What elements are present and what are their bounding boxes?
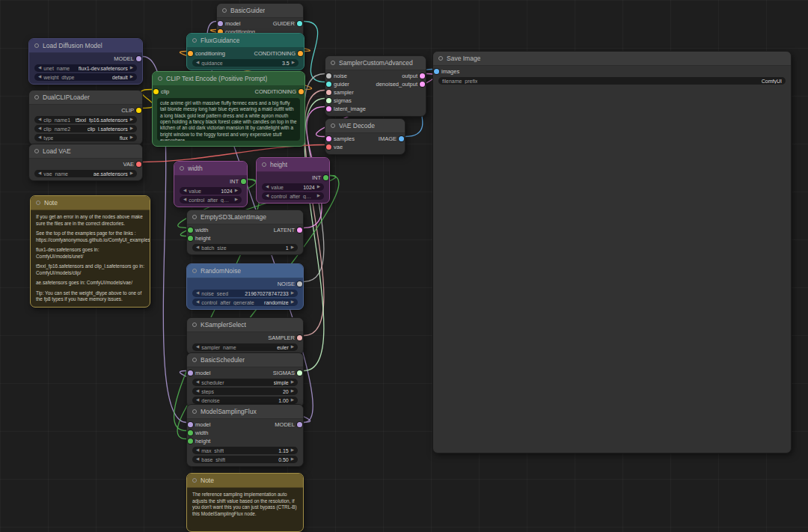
input-dot-conditioning[interactable] <box>188 51 193 56</box>
widget-clip-name2[interactable]: ◀ clip_name2 clip_l.safetensors ▶ <box>34 125 137 132</box>
prev-arrow-icon[interactable]: ◀ <box>196 345 199 349</box>
output-dot-clip[interactable] <box>136 108 141 113</box>
node-save-image[interactable]: Save Image images filename_prefix ComfyU… <box>432 51 792 453</box>
next-arrow-icon[interactable]: ▶ <box>317 194 320 198</box>
node-header[interactable]: KSamplerSelect <box>187 318 303 332</box>
input-dot-model[interactable] <box>188 422 193 427</box>
prev-arrow-icon[interactable]: ◀ <box>196 448 199 453</box>
collapse-dot-icon[interactable] <box>34 43 39 48</box>
prev-arrow-icon[interactable]: ◀ <box>196 291 199 296</box>
widget-control-after-generate[interactable]: ◀ control_after_generate randomize ▶ <box>192 299 298 306</box>
prev-arrow-icon[interactable]: ◀ <box>38 171 41 176</box>
widget-unet-name[interactable]: ◀ unet_name flux1-dev.safetensors ▶ <box>34 64 137 72</box>
graph-canvas[interactable]: BasicGuider model GUIDER conditioning Lo… <box>0 0 808 532</box>
output-dot-image[interactable] <box>399 136 404 141</box>
node-header[interactable]: Note <box>187 474 303 488</box>
prev-arrow-icon[interactable]: ◀ <box>183 198 186 202</box>
next-arrow-icon[interactable]: ▶ <box>291 291 294 296</box>
node-samplercustomadvanced[interactable]: SamplerCustomAdvanced noise output guide… <box>325 55 426 117</box>
output-dot-int[interactable] <box>323 175 328 180</box>
next-arrow-icon[interactable]: ▶ <box>130 117 133 122</box>
prev-arrow-icon[interactable]: ◀ <box>196 398 199 403</box>
node-fluxguidance[interactable]: FluxGuidance conditioning CONDITIONING ◀… <box>186 33 304 70</box>
collapse-dot-icon[interactable] <box>192 322 197 327</box>
widget-value[interactable]: ◀ value 1024 ▶ <box>180 187 242 195</box>
node-header[interactable]: DualCLIPLoader <box>29 91 142 105</box>
next-arrow-icon[interactable]: ▶ <box>235 198 238 202</box>
node-load-diffusion-model[interactable]: Load Diffusion Model MODEL ◀ unet_name f… <box>28 38 143 85</box>
output-dot-conditioning[interactable] <box>299 89 304 94</box>
output-dot-model[interactable] <box>297 422 302 427</box>
collapse-dot-icon[interactable] <box>192 215 197 219</box>
node-note-left[interactable]: Note If you get an error in any of the n… <box>30 195 150 308</box>
next-arrow-icon[interactable]: ▶ <box>130 75 133 79</box>
node-randomnoise[interactable]: RandomNoise NOISE ◀ noise_seed 219670278… <box>186 263 304 310</box>
node-header[interactable]: FluxGuidance <box>187 34 304 48</box>
prev-arrow-icon[interactable]: ◀ <box>196 457 199 462</box>
node-modelsamplingflux[interactable]: ModelSamplingFlux model MODEL width heig… <box>186 404 304 467</box>
widget-control-after-generate[interactable]: ◀ control_after_generate ▶ <box>262 192 324 200</box>
prev-arrow-icon[interactable]: ◀ <box>196 245 199 250</box>
output-dot-int[interactable] <box>241 179 246 184</box>
node-note-bottom[interactable]: Note The reference sampling implementati… <box>186 473 304 532</box>
prev-arrow-icon[interactable]: ◀ <box>196 389 199 394</box>
node-header[interactable]: SamplerCustomAdvanced <box>325 56 426 70</box>
widget-steps[interactable]: ◀ steps 20 ▶ <box>192 388 298 395</box>
collapse-dot-icon[interactable] <box>180 166 184 171</box>
widget-vae-name[interactable]: ◀ vae_name ae.safetensors ▶ <box>34 170 137 177</box>
prev-arrow-icon[interactable]: ◀ <box>266 185 269 189</box>
node-header[interactable]: EmptySD3LatentImage <box>187 210 303 224</box>
node-header[interactable]: Load VAE <box>29 144 142 159</box>
node-header[interactable]: width <box>174 162 247 176</box>
widget-scheduler[interactable]: ◀ scheduler simple ▶ <box>192 379 298 386</box>
node-header[interactable]: ModelSamplingFlux <box>187 405 303 419</box>
widget-control-after-generate[interactable]: ◀ control_after_generate ▶ <box>180 196 242 204</box>
widget-value[interactable]: ◀ value 1024 ▶ <box>262 183 324 191</box>
widget-batch-size[interactable]: ◀ batch_size 1 ▶ <box>192 244 298 251</box>
output-dot-latent[interactable] <box>297 227 302 233</box>
collapse-dot-icon[interactable] <box>192 38 197 43</box>
next-arrow-icon[interactable]: ▶ <box>130 126 133 131</box>
input-dot-guider[interactable] <box>326 82 331 87</box>
output-dot-model[interactable] <box>136 56 141 61</box>
next-arrow-icon[interactable]: ▶ <box>130 66 133 70</box>
node-header[interactable]: Note <box>31 196 150 210</box>
node-header[interactable]: VAE Decode <box>325 119 405 133</box>
input-dot-height[interactable] <box>188 236 193 241</box>
node-basicscheduler[interactable]: BasicScheduler model SIGMAS ◀ scheduler … <box>186 352 304 408</box>
widget-type[interactable]: ◀ type flux ▶ <box>34 134 137 141</box>
widget-denoise[interactable]: ◀ denoise 1.00 ▶ <box>192 397 298 404</box>
widget-base-shift[interactable]: ◀ base_shift 0.50 ▶ <box>192 456 298 463</box>
prompt-textarea[interactable]: cute anime girl with massive fluffy fenn… <box>157 98 300 141</box>
node-header[interactable]: BasicGuider <box>217 4 303 18</box>
prev-arrow-icon[interactable]: ◀ <box>38 135 41 140</box>
input-dot-samples[interactable] <box>326 136 331 141</box>
collapse-dot-icon[interactable] <box>192 358 197 362</box>
node-dualcliploader[interactable]: DualCLIPLoader CLIP ◀ clip_name1 t5xxl_f… <box>28 90 143 145</box>
collapse-dot-icon[interactable] <box>192 269 197 273</box>
next-arrow-icon[interactable]: ▶ <box>130 135 133 140</box>
output-dot-sampler[interactable] <box>297 335 302 340</box>
collapse-dot-icon[interactable] <box>36 201 40 205</box>
collapse-dot-icon[interactable] <box>158 76 162 81</box>
widget-guidance[interactable]: ◀ guidance 3.5 ▶ <box>192 59 299 67</box>
collapse-dot-icon[interactable] <box>262 162 266 167</box>
prev-arrow-icon[interactable]: ◀ <box>38 126 41 131</box>
input-dot-sampler[interactable] <box>326 90 331 95</box>
widget-filename-prefix[interactable]: filename_prefix ComfyUI <box>438 77 786 85</box>
node-header[interactable]: Load Diffusion Model <box>29 39 142 53</box>
output-dot-conditioning[interactable] <box>298 51 303 56</box>
prev-arrow-icon[interactable]: ◀ <box>183 189 186 193</box>
prev-arrow-icon[interactable]: ◀ <box>38 66 41 70</box>
input-dot-width[interactable] <box>188 430 193 435</box>
collapse-dot-icon[interactable] <box>34 149 39 153</box>
widget-sampler-name[interactable]: ◀ sampler_name euler ▶ <box>192 343 298 351</box>
next-arrow-icon[interactable]: ▶ <box>235 189 238 193</box>
input-dot-model[interactable] <box>188 370 193 376</box>
input-dot-latent-image[interactable] <box>326 106 331 111</box>
output-dot-output[interactable] <box>420 73 425 79</box>
input-dot-height[interactable] <box>188 438 193 444</box>
node-load-vae[interactable]: Load VAE VAE ◀ vae_name ae.safetensors ▶ <box>28 144 143 181</box>
input-dot-noise[interactable] <box>326 73 331 79</box>
next-arrow-icon[interactable]: ▶ <box>130 171 133 176</box>
